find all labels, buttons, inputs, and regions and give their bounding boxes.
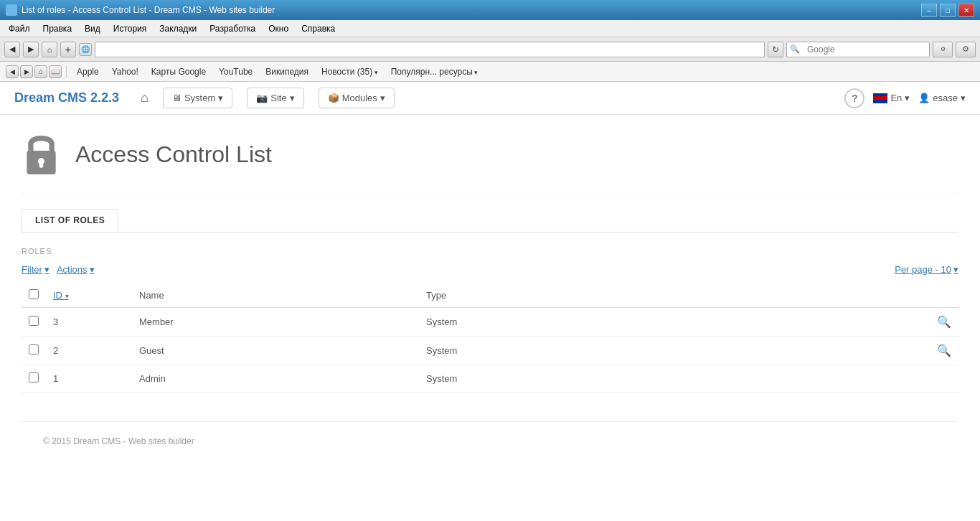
row-type-2: System xyxy=(426,345,457,356)
modules-icon: 📦 xyxy=(328,93,339,103)
per-page-chevron: ▾ xyxy=(953,264,958,275)
bookmark-home[interactable]: ⌂ xyxy=(34,65,47,78)
system-label: System xyxy=(184,93,215,103)
page-content: Access Control List LIST OF ROLES ROLES … xyxy=(0,115,980,475)
filter-label: Filter xyxy=(22,264,42,275)
page-header: Access Control List xyxy=(22,129,958,194)
page-title: Access Control List xyxy=(75,141,272,168)
browser-toolbar: ◀ ▶ ⌂ + 🌐 ↻ 🔍 ⚙ ⚙ xyxy=(0,37,980,62)
bookmarks-bar: ◀ ▶ ⌂ 📖 Apple Yahoo! Карты Google YouTub… xyxy=(0,62,980,82)
help-button[interactable]: ? xyxy=(844,88,864,108)
svg-rect-2 xyxy=(39,161,44,168)
table-row: 2 Guest System 🔍 xyxy=(22,337,958,365)
menu-file[interactable]: Файл xyxy=(3,22,36,35)
row-id-1: 1 xyxy=(53,373,58,384)
app-nav: Dream CMS 2.2.3 ⌂ 🖥 System ▾ 📷 Site ▾ 📦 … xyxy=(0,82,980,115)
menu-bar: Файл Правка Вид История Закладки Разрабо… xyxy=(0,20,980,37)
home-button[interactable]: ⌂ xyxy=(42,42,57,57)
bookmark-reader[interactable]: 📖 xyxy=(49,65,62,78)
browser-content: Dream CMS 2.2.3 ⌂ 🖥 System ▾ 📷 Site ▾ 📦 … xyxy=(0,82,980,521)
app-brand[interactable]: Dream CMS 2.2.3 xyxy=(14,90,119,105)
filter-row: Filter ▾ Actions ▾ Per page - 10 ▾ xyxy=(22,264,958,275)
bookmark-youtube[interactable]: YouTube xyxy=(213,65,258,78)
system-icon: 🖥 xyxy=(172,93,182,103)
app-icon xyxy=(6,4,17,16)
modules-menu[interactable]: 📦 Modules ▾ xyxy=(319,88,395,108)
title-bar: List of roles - Access Control List - Dr… xyxy=(0,0,980,20)
modules-chevron: ▾ xyxy=(380,93,385,103)
row-search-icon-3[interactable]: 🔍 xyxy=(937,316,951,328)
site-chevron: ▾ xyxy=(290,93,295,103)
row-checkbox-2[interactable] xyxy=(29,344,39,355)
back-button[interactable]: ◀ xyxy=(4,42,20,57)
browser-settings-button[interactable]: ⚙ xyxy=(956,42,976,57)
name-column-header: Name xyxy=(139,290,164,301)
refresh-button[interactable]: ↻ xyxy=(768,42,783,57)
table-row: 1 Admin System xyxy=(22,365,958,393)
browser-menu-button[interactable]: ⚙ xyxy=(933,42,953,57)
tab-list-of-roles[interactable]: LIST OF ROLES xyxy=(22,209,118,232)
actions-button[interactable]: Actions ▾ xyxy=(57,264,95,275)
maximize-button[interactable]: □ xyxy=(940,4,956,17)
forward-small[interactable]: ▶ xyxy=(20,65,33,78)
menu-dev[interactable]: Разработка xyxy=(204,22,261,35)
row-type-1: System xyxy=(426,373,457,384)
lang-label: En xyxy=(890,93,902,103)
row-id-2: 2 xyxy=(53,345,58,356)
row-checkbox-1[interactable] xyxy=(29,372,39,382)
back-small[interactable]: ◀ xyxy=(6,65,19,78)
site-menu[interactable]: 📷 Site ▾ xyxy=(247,88,303,108)
row-checkbox-3[interactable] xyxy=(29,316,39,326)
type-column-header: Type xyxy=(426,290,446,301)
per-page-label: Per page - 10 xyxy=(895,264,951,275)
page-footer: © 2015 Dream CMS - Web sites builder xyxy=(22,421,958,461)
per-page-button[interactable]: Per page - 10 ▾ xyxy=(895,264,958,275)
row-name-1: Admin xyxy=(139,373,166,384)
id-sort-arrow: ▾ xyxy=(65,292,69,300)
lang-chevron: ▾ xyxy=(905,93,910,103)
row-id-3: 3 xyxy=(53,316,58,327)
menu-view[interactable]: Вид xyxy=(79,22,106,35)
site-icon: 📷 xyxy=(256,93,268,103)
bookmark-news[interactable]: Новости (35) xyxy=(316,65,384,78)
flag-icon xyxy=(873,93,887,103)
menu-edit[interactable]: Правка xyxy=(37,22,78,35)
search-input[interactable] xyxy=(803,42,929,57)
username-label: esase xyxy=(933,93,958,103)
minimize-button[interactable]: – xyxy=(921,4,937,17)
select-all-checkbox[interactable] xyxy=(29,289,39,299)
close-button[interactable]: ✕ xyxy=(958,4,974,17)
language-selector[interactable]: En ▾ xyxy=(873,93,910,103)
row-type-3: System xyxy=(426,316,457,327)
system-menu[interactable]: 🖥 System ▾ xyxy=(163,88,232,108)
actions-chevron: ▾ xyxy=(90,264,95,275)
newtab-button[interactable]: + xyxy=(60,42,76,57)
bookmark-wikipedia[interactable]: Википедия xyxy=(260,65,314,78)
bookmark-maps[interactable]: Карты Google xyxy=(146,65,212,78)
user-menu[interactable]: 👤 esase ▾ xyxy=(918,93,966,103)
footer-text: © 2015 Dream CMS - Web sites builder xyxy=(43,436,194,446)
site-label: Site xyxy=(270,93,286,103)
window-title: List of roles - Access Control List - Dr… xyxy=(22,5,275,15)
menu-window[interactable]: Окно xyxy=(263,22,294,35)
address-input[interactable] xyxy=(95,42,765,57)
bookmark-apple[interactable]: Apple xyxy=(71,65,105,78)
table-row: 3 Member System 🔍 xyxy=(22,308,958,337)
bookmark-yahoo[interactable]: Yahoo! xyxy=(106,65,144,78)
filter-chevron: ▾ xyxy=(44,264,50,275)
menu-history[interactable]: История xyxy=(108,22,153,35)
row-name-3: Member xyxy=(139,316,174,327)
system-chevron: ▾ xyxy=(218,93,223,103)
row-search-icon-2[interactable]: 🔍 xyxy=(937,344,951,357)
user-icon: 👤 xyxy=(918,93,930,103)
menu-help[interactable]: Справка xyxy=(296,22,341,35)
menu-bookmarks[interactable]: Закладки xyxy=(154,22,202,35)
roles-table: ID ▾ Name Type 3 Me xyxy=(22,283,958,393)
forward-button[interactable]: ▶ xyxy=(23,42,39,57)
filter-button[interactable]: Filter ▾ xyxy=(22,264,50,275)
home-nav-icon[interactable]: ⌂ xyxy=(141,90,149,105)
tabs: LIST OF ROLES xyxy=(22,209,958,232)
bookmark-popular[interactable]: Популярн... ресурсы xyxy=(385,65,484,78)
id-column-header[interactable]: ID ▾ xyxy=(53,290,69,301)
modules-label: Modules xyxy=(342,93,377,103)
